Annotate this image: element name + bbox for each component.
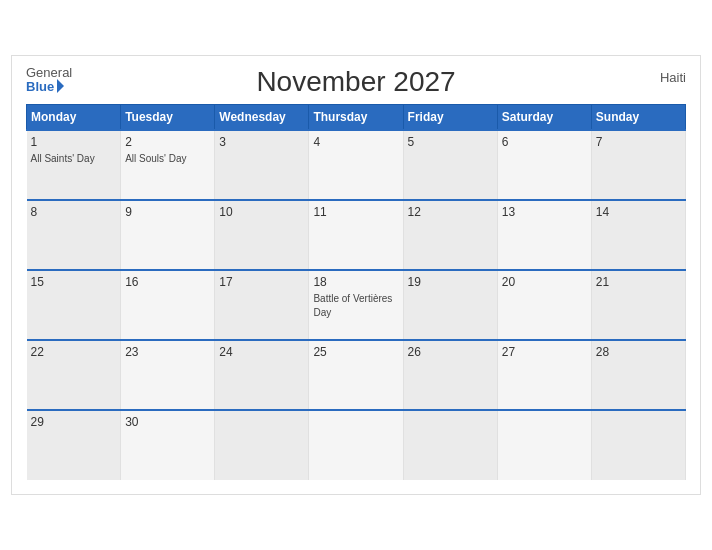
calendar-day-cell: 29 <box>27 410 121 480</box>
day-number: 19 <box>408 275 493 289</box>
calendar-day-cell: 9 <box>121 200 215 270</box>
day-number: 3 <box>219 135 304 149</box>
calendar-day-cell: 28 <box>591 340 685 410</box>
col-thursday: Thursday <box>309 105 403 131</box>
day-number: 25 <box>313 345 398 359</box>
day-number: 9 <box>125 205 210 219</box>
day-number: 23 <box>125 345 210 359</box>
day-number: 11 <box>313 205 398 219</box>
calendar-day-cell: 6 <box>497 130 591 200</box>
calendar-day-cell: 16 <box>121 270 215 340</box>
calendar-day-cell: 22 <box>27 340 121 410</box>
calendar-day-cell: 12 <box>403 200 497 270</box>
calendar-day-cell: 7 <box>591 130 685 200</box>
calendar-week-row: 22232425262728 <box>27 340 686 410</box>
calendar-day-cell: 10 <box>215 200 309 270</box>
day-number: 14 <box>596 205 681 219</box>
calendar-table: Monday Tuesday Wednesday Thursday Friday… <box>26 104 686 480</box>
calendar-day-cell: 15 <box>27 270 121 340</box>
calendar-day-cell <box>403 410 497 480</box>
calendar-day-cell: 24 <box>215 340 309 410</box>
day-number: 26 <box>408 345 493 359</box>
col-wednesday: Wednesday <box>215 105 309 131</box>
calendar-week-row: 891011121314 <box>27 200 686 270</box>
calendar-day-cell: 27 <box>497 340 591 410</box>
day-number: 27 <box>502 345 587 359</box>
col-saturday: Saturday <box>497 105 591 131</box>
logo-blue-text: Blue <box>26 80 64 94</box>
column-header-row: Monday Tuesday Wednesday Thursday Friday… <box>27 105 686 131</box>
day-number: 28 <box>596 345 681 359</box>
calendar-day-cell <box>309 410 403 480</box>
day-number: 1 <box>31 135 117 149</box>
logo-general-text: General <box>26 66 72 80</box>
calendar-day-cell: 26 <box>403 340 497 410</box>
calendar-day-cell: 8 <box>27 200 121 270</box>
calendar-day-cell <box>591 410 685 480</box>
day-number: 2 <box>125 135 210 149</box>
col-tuesday: Tuesday <box>121 105 215 131</box>
col-monday: Monday <box>27 105 121 131</box>
calendar-day-cell: 5 <box>403 130 497 200</box>
calendar-title: November 2027 <box>256 66 455 98</box>
calendar-week-row: 15161718Battle of Vertières Day192021 <box>27 270 686 340</box>
day-number: 29 <box>31 415 117 429</box>
country-label: Haiti <box>660 70 686 85</box>
calendar-day-cell: 20 <box>497 270 591 340</box>
calendar-day-cell: 11 <box>309 200 403 270</box>
calendar-week-row: 2930 <box>27 410 686 480</box>
col-sunday: Sunday <box>591 105 685 131</box>
calendar-header: General Blue November 2027 Haiti <box>26 66 686 98</box>
day-number: 13 <box>502 205 587 219</box>
calendar-container: General Blue November 2027 Haiti Monday … <box>11 55 701 495</box>
holiday-label: Battle of Vertières Day <box>313 293 392 318</box>
calendar-day-cell: 13 <box>497 200 591 270</box>
calendar-day-cell: 4 <box>309 130 403 200</box>
logo-triangle-icon <box>57 79 64 93</box>
calendar-day-cell: 21 <box>591 270 685 340</box>
day-number: 16 <box>125 275 210 289</box>
day-number: 7 <box>596 135 681 149</box>
day-number: 5 <box>408 135 493 149</box>
calendar-week-row: 1All Saints' Day2All Souls' Day34567 <box>27 130 686 200</box>
day-number: 21 <box>596 275 681 289</box>
day-number: 4 <box>313 135 398 149</box>
day-number: 15 <box>31 275 117 289</box>
day-number: 6 <box>502 135 587 149</box>
calendar-day-cell <box>215 410 309 480</box>
calendar-day-cell: 19 <box>403 270 497 340</box>
day-number: 8 <box>31 205 117 219</box>
calendar-day-cell: 14 <box>591 200 685 270</box>
day-number: 18 <box>313 275 398 289</box>
logo-area: General Blue <box>26 66 72 95</box>
calendar-day-cell: 23 <box>121 340 215 410</box>
calendar-day-cell: 1All Saints' Day <box>27 130 121 200</box>
day-number: 10 <box>219 205 304 219</box>
calendar-day-cell <box>497 410 591 480</box>
col-friday: Friday <box>403 105 497 131</box>
day-number: 22 <box>31 345 117 359</box>
day-number: 24 <box>219 345 304 359</box>
calendar-day-cell: 25 <box>309 340 403 410</box>
day-number: 17 <box>219 275 304 289</box>
day-number: 20 <box>502 275 587 289</box>
calendar-day-cell: 2All Souls' Day <box>121 130 215 200</box>
calendar-day-cell: 30 <box>121 410 215 480</box>
calendar-day-cell: 17 <box>215 270 309 340</box>
calendar-day-cell: 3 <box>215 130 309 200</box>
calendar-day-cell: 18Battle of Vertières Day <box>309 270 403 340</box>
holiday-label: All Saints' Day <box>31 153 95 164</box>
holiday-label: All Souls' Day <box>125 153 186 164</box>
day-number: 30 <box>125 415 210 429</box>
day-number: 12 <box>408 205 493 219</box>
